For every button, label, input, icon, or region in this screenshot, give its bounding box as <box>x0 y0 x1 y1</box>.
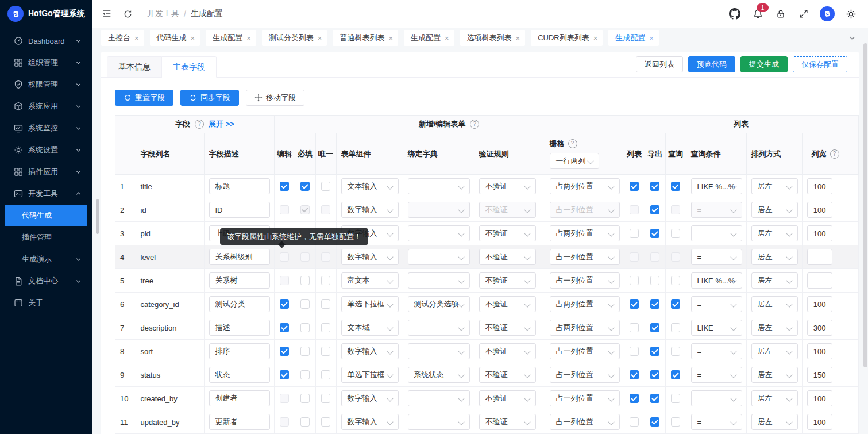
unique-checkbox[interactable] <box>321 276 330 285</box>
edit-checkbox[interactable] <box>280 276 289 285</box>
tab-close-icon[interactable]: × <box>246 34 251 42</box>
col-width-input[interactable]: 100 <box>807 390 832 406</box>
field-desc-input[interactable]: 排序 <box>209 343 270 359</box>
nav-tab[interactable]: 普通树表列表× <box>333 30 398 46</box>
col-width-input[interactable] <box>807 249 832 265</box>
help-icon[interactable] <box>470 120 479 129</box>
back-to-list-button[interactable]: 返回列表 <box>636 56 683 72</box>
tab-basic-info[interactable]: 基本信息 <box>107 56 162 78</box>
validate-select[interactable]: 不验证 <box>479 249 536 265</box>
query-checkbox[interactable] <box>671 299 680 309</box>
grid-span-select[interactable]: 占两列位置 <box>550 225 620 241</box>
grid-span-select[interactable]: 占一列位置 <box>550 249 620 265</box>
list-checkbox[interactable] <box>630 299 639 309</box>
reset-fields-button[interactable]: 重置字段 <box>115 90 173 106</box>
nav-tab[interactable]: 测试分类列表× <box>262 30 327 46</box>
component-select[interactable]: 数字输入 <box>341 414 399 430</box>
settings-gear-icon[interactable] <box>844 7 858 21</box>
sidebar-item-doc-center[interactable]: 文档中心 <box>5 270 87 292</box>
sidebar-item-system-app[interactable]: 系统应用 <box>5 95 87 117</box>
grid-span-select[interactable]: 占一列位置 <box>550 367 620 383</box>
nav-tab[interactable]: 选项树表列表× <box>460 30 526 46</box>
align-select[interactable]: 居左 <box>751 296 798 312</box>
validate-select[interactable]: 不验证 <box>479 178 536 194</box>
required-checkbox[interactable] <box>300 347 310 356</box>
col-width-input[interactable]: 100 <box>807 414 832 430</box>
edit-checkbox[interactable] <box>280 347 289 356</box>
query-condition-select[interactable]: = <box>691 343 742 359</box>
list-checkbox[interactable] <box>630 323 639 332</box>
required-checkbox[interactable] <box>300 276 310 285</box>
validate-select[interactable]: 不验证 <box>479 367 536 383</box>
sidebar-item-system-monitor[interactable]: 系统监控 <box>5 117 87 139</box>
validate-select[interactable]: 不验证 <box>479 320 536 336</box>
query-condition-select[interactable]: LIKE %...% <box>691 178 742 194</box>
grid-layout-select[interactable]: 一行两列 <box>550 153 599 169</box>
edit-checkbox[interactable] <box>280 205 289 214</box>
lock-icon[interactable] <box>774 7 788 21</box>
required-checkbox[interactable] <box>300 394 310 403</box>
export-checkbox[interactable] <box>650 252 659 262</box>
required-checkbox[interactable] <box>300 252 310 262</box>
field-desc-input[interactable]: 关系树级别 <box>209 249 270 265</box>
required-checkbox[interactable] <box>300 205 310 214</box>
component-select[interactable]: 富文本 <box>341 272 399 289</box>
menu-fold-icon[interactable] <box>100 7 114 21</box>
github-icon[interactable] <box>728 7 742 21</box>
required-checkbox[interactable] <box>300 182 310 191</box>
export-checkbox[interactable] <box>650 323 659 332</box>
sidebar-item-code-generation[interactable]: 代码生成 <box>5 205 87 226</box>
validate-select[interactable]: 不验证 <box>479 296 536 312</box>
preview-code-button[interactable]: 预览代码 <box>688 56 735 72</box>
query-checkbox[interactable] <box>671 252 680 262</box>
move-fields-button[interactable]: 移动字段 <box>246 90 304 106</box>
validate-select[interactable]: 不验证 <box>479 414 536 430</box>
dict-select[interactable] <box>408 225 470 241</box>
sync-fields-button[interactable]: 同步字段 <box>180 90 239 106</box>
export-checkbox[interactable] <box>650 299 659 309</box>
unique-checkbox[interactable] <box>321 182 330 191</box>
required-checkbox[interactable] <box>300 299 310 309</box>
grid-span-select[interactable]: 占两列位置 <box>550 296 620 312</box>
validate-select[interactable]: 不验证 <box>479 272 536 289</box>
align-select[interactable]: 居左 <box>751 249 798 265</box>
dict-select[interactable] <box>408 414 470 430</box>
tab-close-icon[interactable]: × <box>445 34 449 42</box>
validate-select[interactable]: 不验证 <box>479 225 536 241</box>
validate-select[interactable]: 不验证 <box>479 202 536 218</box>
edit-checkbox[interactable] <box>280 252 289 262</box>
export-checkbox[interactable] <box>650 370 659 379</box>
col-width-input[interactable]: 150 <box>807 367 832 383</box>
export-checkbox[interactable] <box>650 182 659 191</box>
tab-close-icon[interactable]: × <box>134 34 139 42</box>
nav-tab[interactable]: 生成配置× <box>608 30 659 46</box>
sidebar-item-plugin-app[interactable]: 插件应用 <box>5 161 87 183</box>
sidebar-item-plugin-management[interactable]: 插件管理 <box>5 226 87 248</box>
app-logo[interactable]: HotGo管理系统 <box>0 0 92 28</box>
align-select[interactable]: 居左 <box>751 390 798 406</box>
query-condition-select[interactable]: = <box>691 367 742 383</box>
dict-select[interactable]: 系统状态 <box>408 367 470 383</box>
dict-select[interactable] <box>408 202 470 218</box>
export-checkbox[interactable] <box>650 417 659 427</box>
unique-checkbox[interactable] <box>321 205 330 214</box>
export-checkbox[interactable] <box>650 229 659 238</box>
submit-generate-button[interactable]: 提交生成 <box>740 56 788 72</box>
query-condition-select[interactable]: = <box>691 390 742 406</box>
col-width-input[interactable]: 300 <box>807 320 832 336</box>
list-checkbox[interactable] <box>630 182 639 191</box>
tab-main-fields[interactable]: 主表字段 <box>162 56 217 78</box>
query-condition-select[interactable]: = <box>691 202 742 218</box>
list-checkbox[interactable] <box>630 229 639 238</box>
query-condition-select[interactable]: LIKE <box>691 320 742 336</box>
edit-checkbox[interactable] <box>280 370 289 379</box>
unique-checkbox[interactable] <box>321 347 330 356</box>
component-select[interactable]: 文本输入 <box>341 178 399 194</box>
field-desc-input[interactable]: 关系树 <box>209 272 270 289</box>
nav-tab[interactable]: 生成配置× <box>404 30 454 46</box>
grid-span-select[interactable]: 占两列位置 <box>550 178 620 194</box>
align-select[interactable]: 居左 <box>751 343 798 359</box>
col-width-input[interactable]: 100 <box>807 178 832 194</box>
unique-checkbox[interactable] <box>321 323 330 332</box>
query-checkbox[interactable] <box>671 276 680 285</box>
